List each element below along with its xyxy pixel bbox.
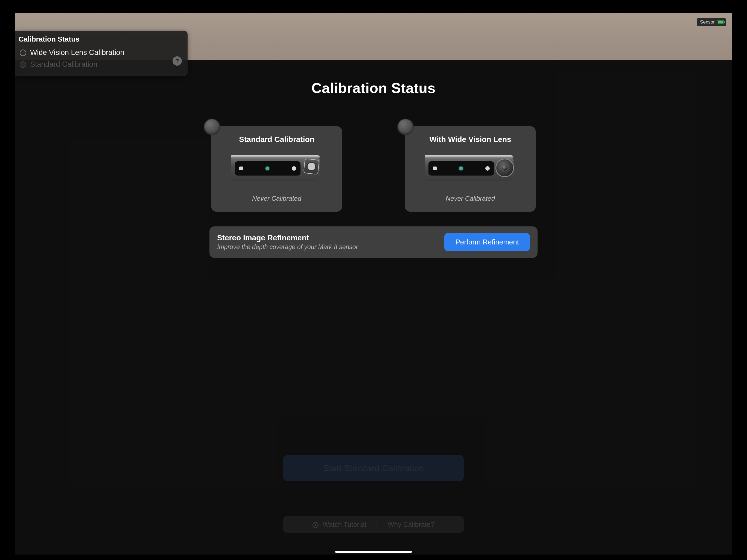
- wide-vision-lens-icon: [495, 159, 514, 177]
- calibration-cards: Standard Calibration Never Calibrated: [211, 126, 536, 212]
- wide-vision-calibration-card[interactable]: With Wide Vision Lens Never Calibrated: [405, 126, 536, 212]
- card-title: Standard Calibration: [218, 135, 335, 144]
- sensor-illustration-widevision: [424, 151, 516, 181]
- card-status: Never Calibrated: [412, 195, 529, 202]
- card-status: Never Calibrated: [218, 195, 335, 202]
- play-icon: [312, 522, 318, 528]
- help-button[interactable]: ?: [173, 56, 182, 66]
- footer-separator: |: [376, 520, 378, 529]
- card-title: With Wide Vision Lens: [412, 135, 529, 144]
- refinement-subtitle: Improve the depth coverage of your Mark …: [217, 244, 358, 251]
- refinement-title: Stereo Image Refinement: [217, 233, 358, 242]
- home-indicator[interactable]: [335, 551, 412, 553]
- page-title: Calibration Status: [311, 80, 436, 96]
- sensor-label: Sensor: [700, 19, 715, 25]
- sensor-illustration-standard: [231, 151, 323, 181]
- battery-icon: [717, 20, 724, 24]
- side-panel-list: Wide Vision Lens Calibration Standard Ca…: [15, 47, 187, 70]
- status-indicator-dot[interactable]: [204, 119, 220, 135]
- why-calibrate-link[interactable]: Why Calibrate?: [388, 520, 435, 529]
- standard-calibration-card-wrap: Standard Calibration Never Calibrated: [211, 126, 342, 212]
- side-panel-title: Calibration Status: [15, 35, 187, 47]
- refinement-text: Stereo Image Refinement Improve the dept…: [217, 233, 358, 251]
- standard-calibration-card[interactable]: Standard Calibration Never Calibrated: [211, 126, 342, 212]
- stereo-refinement-bar: Stereo Image Refinement Improve the dept…: [209, 226, 538, 258]
- no-lens-icon: [303, 158, 319, 175]
- side-item-label: Wide Vision Lens Calibration: [30, 48, 124, 57]
- app-screen: Sensor Calibration Status Standard Calib…: [15, 13, 732, 555]
- sensor-status-badge: Sensor: [697, 18, 726, 26]
- radio-empty-icon: [20, 61, 26, 68]
- side-item-wide-vision[interactable]: Wide Vision Lens Calibration: [15, 47, 187, 58]
- status-indicator-dot[interactable]: [397, 119, 414, 135]
- start-calibration-button[interactable]: Start Standard Calibration: [283, 455, 464, 481]
- calibration-side-panel: Calibration Status Wide Vision Lens Cali…: [15, 31, 187, 76]
- footer-links: Watch Tutorial | Why Calibrate?: [283, 516, 464, 533]
- watch-tutorial-link[interactable]: Watch Tutorial: [312, 520, 366, 529]
- side-item-standard[interactable]: Standard Calibration: [15, 58, 187, 70]
- wide-vision-card-wrap: With Wide Vision Lens Never Calibrated: [405, 126, 536, 212]
- side-item-label: Standard Calibration: [30, 60, 97, 69]
- radio-empty-icon: [20, 50, 26, 56]
- perform-refinement-button[interactable]: Perform Refinement: [444, 233, 530, 251]
